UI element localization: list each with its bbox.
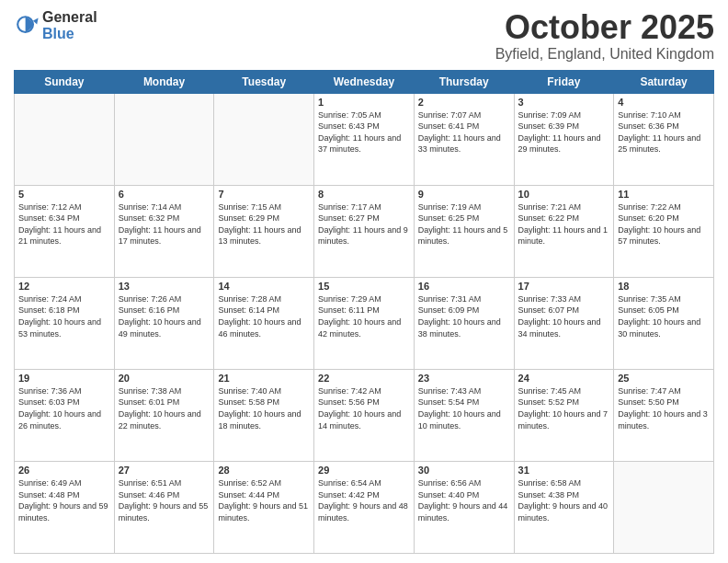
day-number: 31 bbox=[518, 465, 610, 476]
day-header-tuesday: Tuesday bbox=[214, 70, 314, 93]
calendar-cell: 11Sunrise: 7:22 AMSunset: 6:20 PMDayligh… bbox=[614, 185, 714, 277]
day-info: Sunrise: 7:12 AMSunset: 6:34 PMDaylight:… bbox=[18, 201, 110, 247]
calendar-cell: 26Sunrise: 6:49 AMSunset: 4:48 PMDayligh… bbox=[15, 461, 115, 553]
day-info: Sunrise: 7:26 AMSunset: 6:16 PMDaylight:… bbox=[119, 293, 210, 339]
day-info: Sunrise: 7:09 AMSunset: 6:39 PMDaylight:… bbox=[518, 109, 610, 155]
calendar-cell: 2Sunrise: 7:07 AMSunset: 6:41 PMDaylight… bbox=[414, 93, 514, 185]
day-number: 5 bbox=[18, 189, 110, 200]
day-number: 20 bbox=[119, 373, 210, 384]
day-header-wednesday: Wednesday bbox=[314, 70, 415, 93]
calendar-cell: 20Sunrise: 7:38 AMSunset: 6:01 PMDayligh… bbox=[114, 369, 214, 461]
day-number: 16 bbox=[418, 281, 510, 292]
calendar-cell: 23Sunrise: 7:43 AMSunset: 5:54 PMDayligh… bbox=[414, 369, 514, 461]
calendar-cell bbox=[214, 93, 314, 185]
page: General Blue October 2025 Byfield, Engla… bbox=[0, 0, 728, 563]
day-number: 29 bbox=[318, 465, 410, 476]
day-info: Sunrise: 7:36 AMSunset: 6:03 PMDaylight:… bbox=[18, 385, 110, 431]
day-number: 25 bbox=[618, 373, 710, 384]
day-info: Sunrise: 7:45 AMSunset: 5:52 PMDaylight:… bbox=[518, 385, 610, 431]
title-block: October 2025 Byfield, England, United Ki… bbox=[495, 9, 714, 63]
day-info: Sunrise: 7:05 AMSunset: 6:43 PMDaylight:… bbox=[318, 109, 410, 155]
day-number: 24 bbox=[518, 373, 610, 384]
day-info: Sunrise: 6:51 AMSunset: 4:46 PMDaylight:… bbox=[119, 477, 210, 523]
week-row-4: 26Sunrise: 6:49 AMSunset: 4:48 PMDayligh… bbox=[15, 461, 714, 553]
day-info: Sunrise: 7:10 AMSunset: 6:36 PMDaylight:… bbox=[618, 109, 710, 155]
day-info: Sunrise: 7:33 AMSunset: 6:07 PMDaylight:… bbox=[518, 293, 610, 339]
location: Byfield, England, United Kingdom bbox=[495, 46, 714, 63]
calendar-cell bbox=[114, 93, 214, 185]
logo-text: General Blue bbox=[42, 9, 97, 41]
day-info: Sunrise: 6:49 AMSunset: 4:48 PMDaylight:… bbox=[18, 477, 110, 523]
calendar-table: SundayMondayTuesdayWednesdayThursdayFrid… bbox=[14, 70, 714, 554]
calendar-cell: 12Sunrise: 7:24 AMSunset: 6:18 PMDayligh… bbox=[15, 277, 115, 369]
calendar-cell: 31Sunrise: 6:58 AMSunset: 4:38 PMDayligh… bbox=[514, 461, 614, 553]
calendar-cell: 28Sunrise: 6:52 AMSunset: 4:44 PMDayligh… bbox=[214, 461, 314, 553]
calendar-cell: 27Sunrise: 6:51 AMSunset: 4:46 PMDayligh… bbox=[114, 461, 214, 553]
day-info: Sunrise: 7:47 AMSunset: 5:50 PMDaylight:… bbox=[618, 385, 710, 431]
day-info: Sunrise: 6:52 AMSunset: 4:44 PMDaylight:… bbox=[218, 477, 310, 523]
logo-blue: Blue bbox=[42, 26, 97, 42]
day-number: 26 bbox=[18, 465, 110, 476]
day-header-sunday: Sunday bbox=[15, 70, 115, 93]
calendar-cell: 3Sunrise: 7:09 AMSunset: 6:39 PMDaylight… bbox=[514, 93, 614, 185]
calendar-cell: 14Sunrise: 7:28 AMSunset: 6:14 PMDayligh… bbox=[214, 277, 314, 369]
calendar-cell: 29Sunrise: 6:54 AMSunset: 4:42 PMDayligh… bbox=[314, 461, 415, 553]
calendar-header: SundayMondayTuesdayWednesdayThursdayFrid… bbox=[15, 70, 714, 93]
day-number: 18 bbox=[618, 281, 710, 292]
day-number: 15 bbox=[318, 281, 410, 292]
month-title: October 2025 bbox=[495, 9, 714, 46]
day-info: Sunrise: 6:56 AMSunset: 4:40 PMDaylight:… bbox=[418, 477, 510, 523]
day-info: Sunrise: 7:29 AMSunset: 6:11 PMDaylight:… bbox=[318, 293, 410, 339]
day-number: 4 bbox=[618, 97, 710, 108]
calendar-cell: 22Sunrise: 7:42 AMSunset: 5:56 PMDayligh… bbox=[314, 369, 415, 461]
calendar-cell: 6Sunrise: 7:14 AMSunset: 6:32 PMDaylight… bbox=[114, 185, 214, 277]
calendar-cell: 4Sunrise: 7:10 AMSunset: 6:36 PMDaylight… bbox=[614, 93, 714, 185]
day-info: Sunrise: 7:42 AMSunset: 5:56 PMDaylight:… bbox=[318, 385, 410, 431]
week-row-3: 19Sunrise: 7:36 AMSunset: 6:03 PMDayligh… bbox=[15, 369, 714, 461]
day-number: 7 bbox=[218, 189, 310, 200]
day-number: 17 bbox=[518, 281, 610, 292]
calendar-cell: 18Sunrise: 7:35 AMSunset: 6:05 PMDayligh… bbox=[614, 277, 714, 369]
calendar-cell: 9Sunrise: 7:19 AMSunset: 6:25 PMDaylight… bbox=[414, 185, 514, 277]
header: General Blue October 2025 Byfield, Engla… bbox=[14, 9, 714, 63]
day-number: 3 bbox=[518, 97, 610, 108]
day-number: 19 bbox=[18, 373, 110, 384]
week-row-2: 12Sunrise: 7:24 AMSunset: 6:18 PMDayligh… bbox=[15, 277, 714, 369]
calendar-cell: 30Sunrise: 6:56 AMSunset: 4:40 PMDayligh… bbox=[414, 461, 514, 553]
day-number: 2 bbox=[418, 97, 510, 108]
day-number: 10 bbox=[518, 189, 610, 200]
calendar-cell: 1Sunrise: 7:05 AMSunset: 6:43 PMDaylight… bbox=[314, 93, 415, 185]
day-info: Sunrise: 7:43 AMSunset: 5:54 PMDaylight:… bbox=[418, 385, 510, 431]
calendar-cell: 5Sunrise: 7:12 AMSunset: 6:34 PMDaylight… bbox=[15, 185, 115, 277]
calendar-cell: 24Sunrise: 7:45 AMSunset: 5:52 PMDayligh… bbox=[514, 369, 614, 461]
day-number: 27 bbox=[119, 465, 210, 476]
day-info: Sunrise: 7:17 AMSunset: 6:27 PMDaylight:… bbox=[318, 201, 410, 247]
calendar-cell: 15Sunrise: 7:29 AMSunset: 6:11 PMDayligh… bbox=[314, 277, 415, 369]
calendar-body: 1Sunrise: 7:05 AMSunset: 6:43 PMDaylight… bbox=[15, 93, 714, 553]
days-of-week-row: SundayMondayTuesdayWednesdayThursdayFrid… bbox=[15, 70, 714, 93]
day-number: 6 bbox=[119, 189, 210, 200]
day-info: Sunrise: 7:19 AMSunset: 6:25 PMDaylight:… bbox=[418, 201, 510, 247]
day-number: 28 bbox=[218, 465, 310, 476]
logo-icon bbox=[14, 13, 40, 39]
calendar-cell: 17Sunrise: 7:33 AMSunset: 6:07 PMDayligh… bbox=[514, 277, 614, 369]
logo: General Blue bbox=[14, 9, 97, 41]
day-number: 9 bbox=[418, 189, 510, 200]
week-row-1: 5Sunrise: 7:12 AMSunset: 6:34 PMDaylight… bbox=[15, 185, 714, 277]
day-info: Sunrise: 7:38 AMSunset: 6:01 PMDaylight:… bbox=[119, 385, 210, 431]
calendar-cell: 21Sunrise: 7:40 AMSunset: 5:58 PMDayligh… bbox=[214, 369, 314, 461]
day-info: Sunrise: 7:31 AMSunset: 6:09 PMDaylight:… bbox=[418, 293, 510, 339]
day-number: 1 bbox=[318, 97, 410, 108]
calendar-cell: 10Sunrise: 7:21 AMSunset: 6:22 PMDayligh… bbox=[514, 185, 614, 277]
day-number: 12 bbox=[18, 281, 110, 292]
day-info: Sunrise: 7:40 AMSunset: 5:58 PMDaylight:… bbox=[218, 385, 310, 431]
day-number: 22 bbox=[318, 373, 410, 384]
day-info: Sunrise: 7:28 AMSunset: 6:14 PMDaylight:… bbox=[218, 293, 310, 339]
day-number: 23 bbox=[418, 373, 510, 384]
day-info: Sunrise: 7:24 AMSunset: 6:18 PMDaylight:… bbox=[18, 293, 110, 339]
calendar-cell: 13Sunrise: 7:26 AMSunset: 6:16 PMDayligh… bbox=[114, 277, 214, 369]
day-info: Sunrise: 7:35 AMSunset: 6:05 PMDaylight:… bbox=[618, 293, 710, 339]
calendar-cell: 8Sunrise: 7:17 AMSunset: 6:27 PMDaylight… bbox=[314, 185, 415, 277]
calendar-cell: 25Sunrise: 7:47 AMSunset: 5:50 PMDayligh… bbox=[614, 369, 714, 461]
day-info: Sunrise: 7:07 AMSunset: 6:41 PMDaylight:… bbox=[418, 109, 510, 155]
